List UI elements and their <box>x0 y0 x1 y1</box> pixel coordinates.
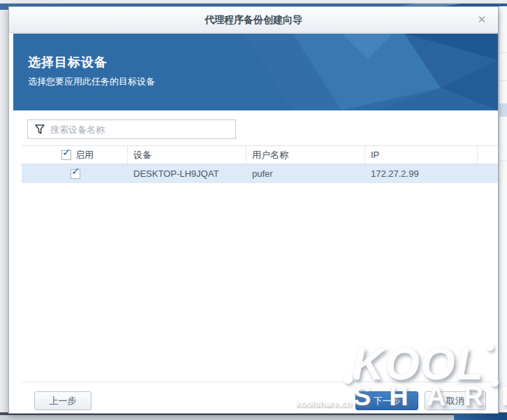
filter-icon <box>35 124 45 134</box>
table-row[interactable]: ✓ DESKTOP-LH9JQAT pufer 172.27.2.99 <box>22 164 498 183</box>
cell-enable: ✓ <box>22 164 128 183</box>
footer-divider <box>22 382 497 382</box>
select-all-checkbox[interactable]: ✓ <box>61 150 71 160</box>
checkmark-icon: ✓ <box>71 166 80 177</box>
wizard-banner: 选择目标设备 选择您要应用此任务的目标设备 <box>13 34 498 110</box>
dialog-title: 代理程序备份创建向导 <box>9 7 498 33</box>
checkmark-icon: ✓ <box>62 147 71 158</box>
cell-ip: 172.27.2.99 <box>365 164 478 183</box>
column-header-spacer <box>478 146 498 164</box>
background-line <box>499 80 507 81</box>
dialog-titlebar: 代理程序备份创建向导 ✕ <box>9 7 498 33</box>
device-table: ✓ 启用 设备 用户名称 IP ✓ DESKTOP-LH9JQAT pufer … <box>22 145 498 183</box>
background-highlight-block <box>499 103 507 117</box>
screen: 代理程序备份创建向导 ✕ 选择目标设备 选择您要应用此任务的目标设备 <box>0 0 507 420</box>
next-button[interactable]: 下一步 <box>355 391 418 410</box>
banner-text: 选择目标设备 选择您要应用此任务的目标设备 <box>28 54 155 88</box>
background-line <box>499 161 507 161</box>
cancel-button[interactable]: 取消 <box>425 391 486 410</box>
cell-device-name: DESKTOP-LH9JQAT <box>128 164 247 183</box>
desktop-top-strip <box>0 0 507 6</box>
cell-user-name: pufer <box>247 164 365 183</box>
row-checkbox[interactable]: ✓ <box>71 169 80 179</box>
step-subtitle: 选择您要应用此任务的目标设备 <box>28 75 155 88</box>
background-line <box>499 52 507 53</box>
back-button[interactable]: 上一步 <box>34 391 91 410</box>
column-header-device[interactable]: 设备 <box>128 146 247 164</box>
column-label: 启用 <box>75 146 94 164</box>
wizard-dialog: 代理程序备份创建向导 ✕ 选择目标设备 选择您要应用此任务的目标设备 <box>8 6 499 414</box>
device-search-box <box>27 120 236 139</box>
bottom-blue-corner <box>454 413 507 420</box>
step-title: 选择目标设备 <box>28 54 155 71</box>
column-header-enable[interactable]: ✓ 启用 <box>22 146 128 164</box>
column-header-ip[interactable]: IP <box>365 146 478 164</box>
search-input[interactable] <box>50 121 235 138</box>
close-icon[interactable]: ✕ <box>476 13 488 26</box>
table-header: ✓ 启用 设备 用户名称 IP <box>22 145 498 164</box>
column-header-user[interactable]: 用户名称 <box>247 146 365 164</box>
background-page-edge <box>499 6 507 414</box>
